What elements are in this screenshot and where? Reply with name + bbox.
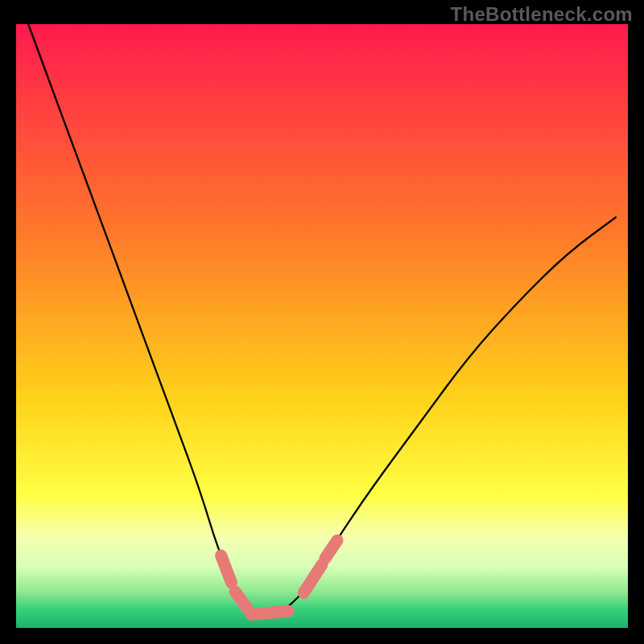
chart-root: { "watermark": "TheBottleneck.com", "cha… (0, 0, 644, 644)
gradient-background (16, 24, 628, 628)
watermark-text: TheBottleneck.com (451, 3, 633, 26)
highlight-trough (252, 611, 289, 615)
bottleneck-chart (0, 0, 644, 644)
